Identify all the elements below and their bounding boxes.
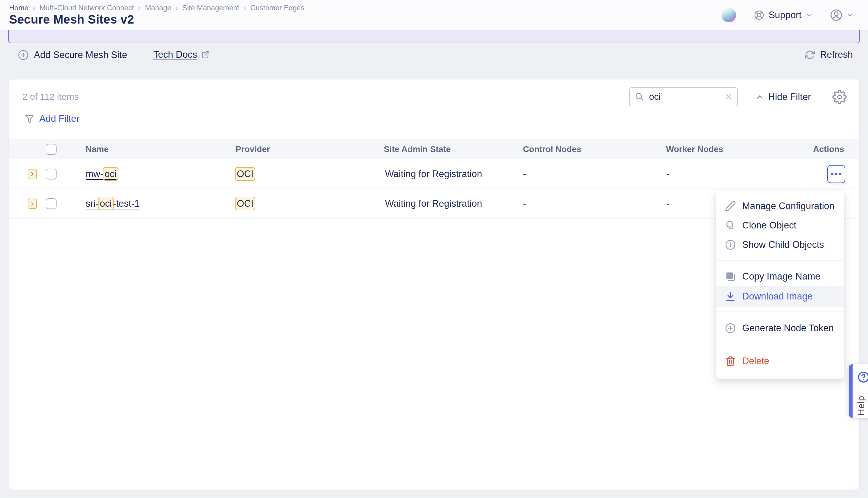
page-toolbar: Add Secure Mesh Site Tech Docs Refresh [0,45,868,68]
page-title: Secure Mesh Sites v2 [9,13,134,26]
tech-docs-label: Tech Docs [153,49,197,60]
refresh-label: Refresh [820,49,853,60]
breadcrumb-multi-cloud-network-connect[interactable]: Multi-Cloud Network Connect [40,4,134,12]
copy-icon [725,271,736,282]
breadcrumb-customer-edges[interactable]: Customer Edges [251,4,305,12]
ellipsis-icon [831,173,833,175]
search-input[interactable] [648,91,720,102]
support-menu[interactable]: Support [754,10,813,21]
row-checkbox[interactable] [46,198,56,209]
hide-filter-toggle[interactable]: Hide Filter [755,90,811,104]
help-question-icon [857,371,868,383]
support-label: Support [768,10,802,21]
menu-item-generate-node-token[interactable]: Generate Node Token [716,318,844,338]
external-link-icon [201,50,210,59]
gear-icon[interactable] [832,90,847,104]
assistant-orb-icon[interactable] [722,8,736,22]
breadcrumb-separator: › [243,3,246,12]
menu-group: Manage Configuration Clone Object Show C… [716,191,844,261]
select-all-checkbox[interactable] [46,144,56,155]
worker-nodes-cell: - [667,159,669,189]
site-name-link[interactable]: mw-oci [86,169,118,179]
hide-filter-label: Hide Filter [768,92,811,103]
menu-item-label: Generate Node Token [742,323,834,333]
breadcrumb-manage[interactable]: Manage [145,4,171,12]
add-filter-label: Add Filter [39,113,79,124]
menu-item-delete[interactable]: Delete [716,352,844,371]
info-circle-icon [725,239,736,250]
top-bar: Home › Multi-Cloud Network Connect › Man… [0,0,868,30]
chevron-down-icon [846,12,854,19]
menu-item-label: Show Child Objects [742,239,824,250]
add-filter-button[interactable]: Add Filter [24,113,79,124]
control-nodes-cell: - [523,189,526,219]
user-menu[interactable] [830,9,854,22]
breadcrumb: Home › Multi-Cloud Network Connect › Man… [9,3,304,12]
table-row: mw-oci OCI Waiting for Registration - - [9,159,859,189]
provider-cell: OCI [235,189,255,219]
tech-docs-link[interactable]: Tech Docs [153,49,210,60]
chevron-up-icon [755,92,764,102]
site-admin-state-cell: Waiting for Registration [385,189,482,219]
breadcrumb-separator: › [33,3,35,12]
topbar-right: Support [722,0,854,30]
menu-item-clone-object[interactable]: Clone Object [716,216,844,235]
table-header: Name Provider Site Admin State Control N… [9,139,859,159]
help-tab[interactable]: Help [848,364,868,418]
refresh-icon [805,50,815,60]
column-header-control-nodes[interactable]: Control Nodes [523,139,581,159]
help-label: Help [856,388,866,416]
site-name-link[interactable]: sri-oci-test-1 [86,198,140,209]
column-header-actions: Actions [813,139,844,159]
menu-group: Generate Node Token [716,312,844,345]
life-buoy-icon [754,10,765,21]
menu-item-manage-configuration[interactable]: Manage Configuration [716,196,844,216]
funnel-icon [24,114,35,124]
notification-banner [8,30,860,43]
items-count: 2 of 112 items [22,92,79,102]
menu-group: Copy Image Name Download Image [716,261,844,312]
menu-item-label: Copy Image Name [742,271,820,282]
add-secure-mesh-site-button[interactable]: Add Secure Mesh Site [17,49,127,61]
provider-cell: OCI [235,159,255,189]
search-match-highlight: OCI [235,167,255,181]
control-nodes-cell: - [523,159,526,189]
search-box [629,87,738,106]
column-header-site-admin-state[interactable]: Site Admin State [384,139,451,159]
worker-nodes-cell: - [667,189,669,219]
breadcrumb-separator: › [176,3,178,12]
menu-group: Delete [716,345,844,379]
clone-icon [725,220,736,231]
search-match-highlight: OCI [235,197,255,210]
clear-search-icon[interactable] [725,93,732,101]
menu-item-copy-image-name[interactable]: Copy Image Name [716,267,844,286]
menu-item-label: Clone Object [742,220,796,231]
avatar-icon [830,9,843,22]
column-header-worker-nodes[interactable]: Worker Nodes [666,139,723,159]
menu-item-label: Delete [742,356,769,367]
chevron-down-icon [805,11,813,19]
menu-item-label: Download Image [742,291,813,302]
breadcrumb-separator: › [138,3,141,12]
row-actions-button[interactable] [827,165,845,183]
column-header-provider[interactable]: Provider [235,139,270,159]
expand-row-icon[interactable] [28,198,37,209]
pencil-icon [725,200,736,212]
menu-item-label: Manage Configuration [742,201,834,211]
breadcrumb-site-management[interactable]: Site Management [182,4,239,12]
site-admin-state-cell: Waiting for Registration [385,159,482,189]
refresh-button[interactable]: Refresh [805,49,853,60]
search-icon [635,92,644,102]
search-match-highlight: oci [103,167,118,181]
row-actions-menu: Manage Configuration Clone Object Show C… [716,191,844,379]
row-checkbox[interactable] [46,169,56,180]
search-match-highlight: oci [98,197,114,210]
menu-item-download-image[interactable]: Download Image [716,286,844,307]
download-icon [725,291,736,302]
expand-row-icon[interactable] [28,169,37,179]
plus-circle-icon [725,323,736,334]
plus-circle-icon [17,49,29,61]
breadcrumb-home[interactable]: Home [9,4,28,12]
column-header-name[interactable]: Name [86,139,108,159]
menu-item-show-child-objects[interactable]: Show Child Objects [716,235,844,254]
